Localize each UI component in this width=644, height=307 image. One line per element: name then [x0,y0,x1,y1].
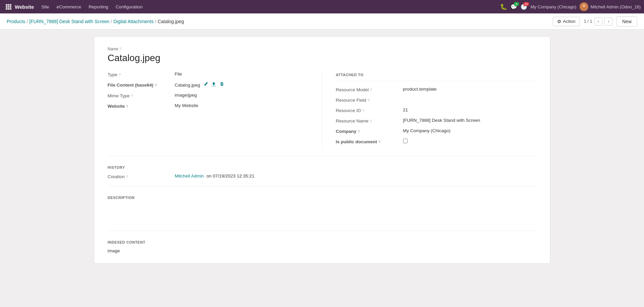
breadcrumb-sep-1: / [27,19,28,24]
menu-configuration[interactable]: Configuration [112,3,146,11]
breadcrumb-products[interactable]: Products [7,19,25,24]
history-title: HISTORY [108,164,537,169]
clock-icon[interactable]: 🕐 49 [521,4,527,10]
file-content-help-icon[interactable]: ? [155,83,157,87]
breadcrumb-bar: Products / [FURN_7888] Desk Stand with S… [0,13,644,30]
menu-reporting[interactable]: Reporting [85,3,112,11]
form-card: Name ? Catalog.jpeg Type ? File Fil [94,36,550,264]
menu-site[interactable]: Site [38,3,52,11]
mime-type-value: image/jpeg [175,93,309,98]
breadcrumb-product[interactable]: [FURN_7888] Desk Stand with Screen [29,19,109,24]
apps-icon[interactable] [3,2,13,12]
website-help-icon[interactable]: ? [126,104,129,108]
new-button[interactable]: New [616,16,637,27]
chat-badge: 6 [514,2,519,6]
menu-ecommerce[interactable]: eCommerce [53,3,85,11]
attached-to-title: ATTACHED TO [336,71,537,77]
breadcrumb-sep-2: / [111,19,112,24]
breadcrumb-current: Catalog.jpeg [158,19,184,24]
resource-model-help-icon[interactable]: ? [370,88,372,92]
resource-field-row: Resource Field ? [336,97,537,103]
file-row: Catalog.jpeg [175,82,309,88]
action-button[interactable]: ⚙ Action [553,17,580,26]
clock-badge: 49 [523,2,529,6]
resource-id-row: Resource ID ? 21 [336,107,537,113]
mime-type-label: Mime Type ? [108,93,175,98]
attached-divider [336,81,537,81]
file-name: Catalog.jpeg [175,83,200,88]
resource-name-row: Resource Name ? [FURN_7888] Desk Stand w… [336,118,537,123]
svg-rect-1 [8,4,9,6]
svg-rect-4 [8,6,9,8]
indexed-section: INDEXED CONTENT image [108,239,537,253]
indexed-divider [108,231,537,231]
creation-help-icon[interactable]: ? [126,175,128,179]
indexed-title: INDEXED CONTENT [108,239,537,244]
company-row: Company ? My Company (Chicago) [336,128,537,134]
action-label: Action [563,19,576,24]
creation-label: Creation ? [108,173,175,179]
file-content-label: File Content (base64) ? [108,82,175,88]
breadcrumb-sep-3: / [155,19,156,24]
is-public-label: Is public document ? [336,139,403,144]
description-content[interactable] [108,204,537,224]
history-divider [108,156,537,156]
description-divider [108,186,537,186]
svg-rect-0 [6,4,7,6]
company-label: Company ? [336,128,403,134]
user-menu[interactable]: Mitchell Admin (Odoo_16) [580,2,641,11]
svg-rect-6 [6,8,7,10]
user-label: Mitchell Admin (Odoo_16) [590,4,641,9]
main-content: Name ? Catalog.jpeg Type ? File Fil [0,30,644,270]
chat-icon[interactable]: 💬 6 [510,4,517,10]
svg-point-10 [582,4,586,7]
brand-label[interactable]: Website [15,4,34,10]
topnav-right: 🐛 💬 6 🕐 49 My Company (Chicago) Mitchell… [500,2,641,11]
website-label: Website ? [108,103,175,109]
resource-id-label: Resource ID ? [336,107,403,113]
creation-user-link[interactable]: Mitchell Admin [175,173,204,178]
is-public-checkbox[interactable] [403,139,408,143]
file-content-field-row: File Content (base64) ? Catalog.jpeg [108,82,309,88]
form-left: Type ? File File Content (base64) ? Cata… [108,71,322,149]
breadcrumb-attachments[interactable]: Digital Attachments [113,19,154,24]
name-help-icon[interactable]: ? [119,47,121,51]
gear-icon: ⚙ [557,19,561,24]
type-help-icon[interactable]: ? [119,73,121,77]
form-grid: Type ? File File Content (base64) ? Cata… [108,71,537,149]
company-value: My Company (Chicago) [403,128,537,133]
creation-row: Creation ? Mitchell Admin on 07/19/2023 … [108,173,537,179]
creation-value: Mitchell Admin on 07/19/2023 12:35:21 [175,173,537,178]
pager-next[interactable]: › [604,17,612,25]
svg-rect-5 [10,6,11,8]
top-navigation: Website Site eCommerce Reporting Configu… [0,0,644,13]
resource-model-row: Resource Model ? product.template [336,87,537,92]
svg-rect-7 [8,8,9,10]
resource-name-label: Resource Name ? [336,118,403,123]
company-label[interactable]: My Company (Chicago) [531,4,577,9]
svg-rect-3 [6,6,7,8]
edit-file-icon[interactable] [203,82,208,88]
resource-id-help-icon[interactable]: ? [362,109,364,113]
mime-type-field-row: Mime Type ? image/jpeg [108,93,309,98]
creation-date: on 07/19/2023 12:35:21 [206,173,254,178]
avatar [580,2,588,11]
record-title[interactable]: Catalog.jpeg [108,53,537,63]
mime-help-icon[interactable]: ? [131,94,133,98]
resource-model-value: product.template [403,87,537,92]
download-file-icon[interactable] [211,82,216,88]
description-title: DESCRIPTION [108,194,537,200]
is-public-help-icon[interactable]: ? [378,140,381,144]
pager: 1 / 1 ‹ › [584,17,612,25]
delete-file-icon[interactable] [219,82,224,88]
company-help-icon[interactable]: ? [358,130,360,134]
bug-icon[interactable]: 🐛 [500,3,507,10]
indexed-value: image [108,248,537,253]
resource-field-label: Resource Field ? [336,97,403,103]
website-field-row: Website ? My Website [108,103,309,109]
resource-name-help-icon[interactable]: ? [370,119,372,123]
pager-prev[interactable]: ‹ [594,17,602,25]
breadcrumb-actions: ⚙ Action 1 / 1 ‹ › New [553,16,637,27]
resource-field-help-icon[interactable]: ? [367,98,369,102]
description-section: DESCRIPTION [108,194,537,224]
